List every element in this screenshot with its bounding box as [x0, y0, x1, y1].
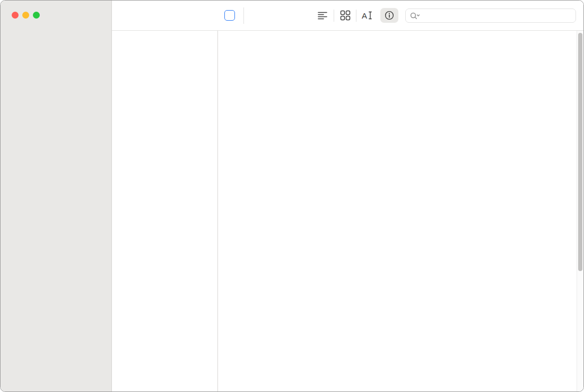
info-icon: [384, 10, 395, 21]
sidebar: [1, 1, 112, 391]
info-view-button[interactable]: [380, 8, 398, 23]
svg-text:A: A: [362, 11, 367, 20]
toolbar-divider: [356, 10, 356, 22]
font-list: [112, 31, 218, 391]
content-area: [112, 31, 583, 391]
search-icon: [410, 12, 420, 20]
list-view-button[interactable]: [313, 8, 332, 23]
scrollbar-thumb[interactable]: [578, 33, 582, 271]
vertical-scrollbar[interactable]: [577, 31, 583, 391]
text-cursor-icon: A: [361, 10, 373, 21]
sample-text-view-button[interactable]: A: [358, 8, 376, 23]
zoom-window-button[interactable]: [33, 12, 40, 19]
enable-font-checkbox[interactable]: [224, 10, 235, 21]
add-font-button[interactable]: [205, 8, 216, 22]
search-input[interactable]: [423, 12, 571, 20]
grid-view-button[interactable]: [336, 8, 354, 23]
search-field[interactable]: [405, 8, 576, 23]
minimize-window-button[interactable]: [22, 12, 29, 19]
toolbar: A: [112, 1, 583, 31]
close-window-button[interactable]: [12, 12, 19, 19]
toolbar-divider: [334, 10, 334, 22]
window-controls: [12, 12, 40, 19]
font-details-pane: [218, 31, 583, 391]
toolbar-divider: [243, 7, 244, 24]
add-collection-button[interactable]: [8, 374, 20, 386]
list-view-icon: [317, 10, 328, 21]
fontbook-window: A: [0, 0, 584, 392]
grid-view-icon: [340, 10, 351, 21]
